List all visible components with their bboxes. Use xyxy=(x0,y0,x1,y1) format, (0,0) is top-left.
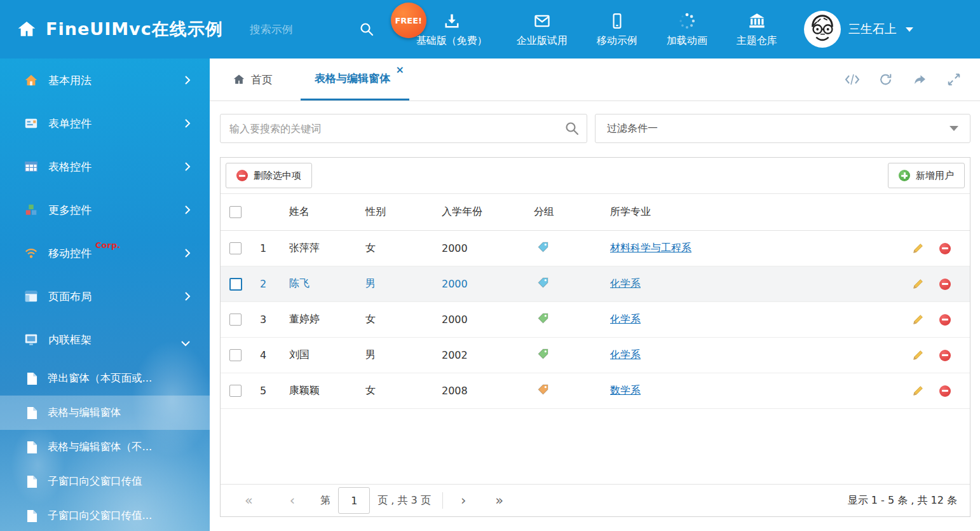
close-icon[interactable]: × xyxy=(396,65,404,75)
nav-item-theme-store[interactable]: 主题仓库 xyxy=(737,11,777,48)
search-icon[interactable] xyxy=(359,22,374,37)
home-icon xyxy=(17,19,37,39)
select-all-checkbox[interactable] xyxy=(229,206,242,218)
file-icon xyxy=(27,475,37,488)
top-header: FineUIMvc在线示例 FREE! 基础版（免费） 企业版试用 xyxy=(0,0,980,59)
row-checkbox[interactable] xyxy=(229,278,242,291)
expand-icon[interactable] xyxy=(947,72,963,86)
sidebar-subitem-grid-edit-window-2[interactable]: 表格与编辑窗体（不... xyxy=(0,430,210,464)
tab-label: 首页 xyxy=(251,72,273,87)
sidebar-subitem-label: 子窗口向父窗口传值... xyxy=(48,509,152,523)
sidebar-subitem-child-to-parent-2[interactable]: 子窗口向父窗口传值... xyxy=(0,499,210,531)
edit-icon[interactable] xyxy=(911,242,924,255)
sidebar-item-inline-frame[interactable]: 内联框架 xyxy=(0,318,210,361)
nav-label: 基础版（免费） xyxy=(416,34,487,48)
sidebar-item-label: 更多控件 xyxy=(48,203,92,217)
cell-name: 陈飞 xyxy=(289,277,365,291)
add-user-button[interactable]: 新增用户 xyxy=(888,163,965,188)
table-row-selected: 2 陈飞 男 2000 化学系 xyxy=(221,266,970,302)
tag-icon[interactable] xyxy=(538,314,548,326)
first-page-icon[interactable]: « xyxy=(245,494,253,507)
edit-icon[interactable] xyxy=(911,277,924,291)
sidebar: 基本用法 表单控件 表格控件 xyxy=(0,59,210,531)
next-page-icon[interactable]: › xyxy=(461,494,466,507)
delete-row-icon[interactable] xyxy=(939,314,951,326)
edit-icon[interactable] xyxy=(911,384,924,397)
user-menu[interactable]: 三生石上 xyxy=(804,11,913,48)
delete-row-icon[interactable] xyxy=(939,385,951,397)
major-link[interactable]: 化学系 xyxy=(610,348,641,361)
major-link[interactable]: 数学系 xyxy=(610,384,641,396)
home-icon xyxy=(233,73,245,86)
keyword-search-input[interactable] xyxy=(220,114,587,143)
tab-home[interactable]: 首页 xyxy=(221,59,284,100)
sidebar-item-form-controls[interactable]: 表单控件 xyxy=(0,102,210,145)
major-link[interactable]: 材料科学与工程系 xyxy=(610,242,691,254)
page-suffix: 页 , 共 3 页 xyxy=(378,494,431,507)
edit-icon[interactable] xyxy=(911,348,924,362)
tab-grid-edit-window[interactable]: 表格与编辑窗体 × xyxy=(301,59,409,100)
frame-icon xyxy=(24,333,38,347)
cell-name: 刘国 xyxy=(289,348,365,362)
tab-bar: 首页 表格与编辑窗体 × xyxy=(210,59,980,101)
major-link[interactable]: 化学系 xyxy=(610,313,641,325)
major-link[interactable]: 化学系 xyxy=(610,277,641,289)
chevron-down-icon xyxy=(180,336,191,343)
cell-year: 2000 xyxy=(442,278,534,290)
pager-divider xyxy=(442,492,443,509)
layout-icon xyxy=(24,289,38,303)
sidebar-item-basic-usage[interactable]: 基本用法 xyxy=(0,59,210,102)
row-number: 5 xyxy=(260,385,289,397)
sidebar-subitem-label: 子窗口向父窗口传值 xyxy=(48,474,142,488)
filter-dropdown[interactable]: 过滤条件一 xyxy=(595,114,970,143)
delete-selected-button[interactable]: 删除选中项 xyxy=(226,163,312,188)
nav-item-loading-animation[interactable]: 加载动画 xyxy=(667,11,707,48)
col-header-year: 入学年份 xyxy=(442,205,534,219)
nav-item-mobile-demo[interactable]: 移动示例 xyxy=(597,11,637,48)
row-number: 3 xyxy=(260,314,289,326)
row-checkbox[interactable] xyxy=(229,385,242,397)
tag-icon[interactable] xyxy=(538,279,548,291)
sidebar-item-grid-controls[interactable]: 表格控件 xyxy=(0,145,210,188)
sidebar-subitem-grid-edit-window[interactable]: 表格与编辑窗体 xyxy=(0,396,210,430)
delete-selected-label: 删除选中项 xyxy=(254,170,301,182)
share-icon[interactable] xyxy=(913,72,929,86)
avatar xyxy=(804,11,841,48)
brand[interactable]: FineUIMvc在线示例 xyxy=(17,18,223,41)
last-page-icon[interactable]: » xyxy=(495,494,503,507)
sidebar-item-label: 基本用法 xyxy=(48,73,92,88)
chevron-down-icon xyxy=(906,27,913,32)
cell-gender: 女 xyxy=(365,313,442,326)
nav-item-basic-free[interactable]: FREE! 基础版（免费） xyxy=(416,11,487,48)
sidebar-subitem-child-to-parent[interactable]: 子窗口向父窗口传值 xyxy=(0,464,210,499)
row-checkbox[interactable] xyxy=(229,349,242,361)
bank-icon xyxy=(748,11,766,30)
refresh-icon[interactable] xyxy=(878,72,895,86)
nav-item-enterprise-trial[interactable]: 企业版试用 xyxy=(517,11,568,48)
sidebar-subitem-popup-window[interactable]: 弹出窗体（本页面或... xyxy=(0,361,210,396)
sidebar-item-mobile-controls[interactable]: 移动控件 Corp. xyxy=(0,231,210,275)
sidebar-item-label: 页面布局 xyxy=(48,289,92,304)
cell-name: 康颖颖 xyxy=(289,384,365,397)
prev-page-icon[interactable]: ‹ xyxy=(290,494,295,507)
page-number-input[interactable] xyxy=(338,487,370,514)
delete-row-icon[interactable] xyxy=(939,279,951,290)
tag-icon[interactable] xyxy=(538,243,548,255)
delete-row-icon[interactable] xyxy=(939,243,951,254)
sidebar-subitem-label: 表格与编辑窗体 xyxy=(48,406,121,420)
envelope-icon xyxy=(533,11,551,30)
search-icon[interactable] xyxy=(564,121,580,136)
table-row: 1 张萍萍 女 2000 材料科学与工程系 xyxy=(221,231,970,266)
source-code-icon[interactable] xyxy=(844,72,861,86)
header-search-input[interactable] xyxy=(248,22,353,36)
edit-icon[interactable] xyxy=(911,313,924,326)
sidebar-item-page-layout[interactable]: 页面布局 xyxy=(0,275,210,318)
tag-icon[interactable] xyxy=(538,350,548,362)
sidebar-item-more-controls[interactable]: 更多控件 xyxy=(0,188,210,231)
row-checkbox[interactable] xyxy=(229,314,242,326)
delete-row-icon[interactable] xyxy=(939,350,951,361)
row-checkbox[interactable] xyxy=(229,242,242,254)
cell-year: 2002 xyxy=(442,349,534,361)
table-icon xyxy=(24,160,38,174)
tag-icon[interactable] xyxy=(538,385,548,397)
